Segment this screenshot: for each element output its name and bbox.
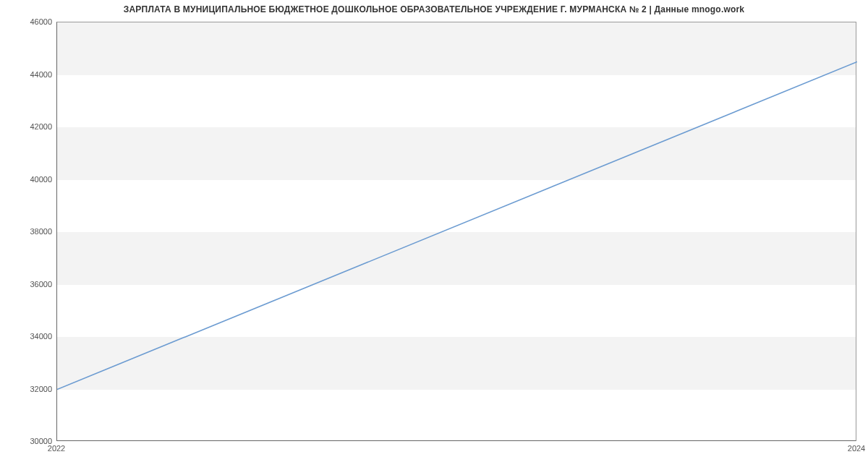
y-tick-label: 42000: [0, 122, 52, 131]
y-tick-label: 46000: [0, 17, 52, 26]
x-tick-label: 2022: [48, 444, 65, 453]
y-tick-label: 38000: [0, 227, 52, 236]
plot-area: [56, 22, 856, 441]
y-tick-label: 30000: [0, 437, 52, 445]
x-tick-label: 2024: [848, 444, 865, 453]
y-tick-label: 32000: [0, 385, 52, 393]
salary-line-chart: ЗАРПЛАТА В МУНИЦИПАЛЬНОЕ БЮДЖЕТНОЕ ДОШКО…: [0, 0, 868, 470]
y-tick-label: 36000: [0, 280, 52, 289]
data-line: [57, 22, 857, 442]
y-tick-label: 40000: [0, 175, 52, 184]
chart-title: ЗАРПЛАТА В МУНИЦИПАЛЬНОЕ БЮДЖЕТНОЕ ДОШКО…: [0, 4, 868, 14]
y-tick-label: 34000: [0, 332, 52, 341]
y-tick-label: 44000: [0, 70, 52, 79]
